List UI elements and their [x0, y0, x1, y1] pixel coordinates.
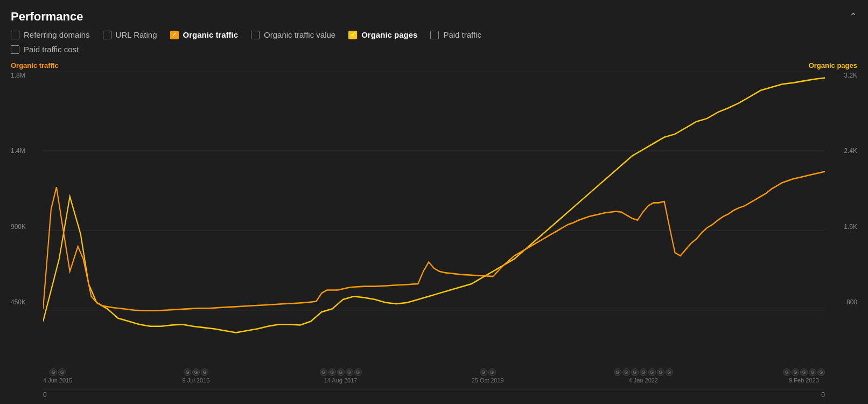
legend-label-organic-pages: Organic pages	[361, 30, 417, 39]
x-tick-5: G G G G G 9 Feb 2023	[783, 368, 825, 384]
google-badge: G	[783, 368, 790, 376]
google-badge: G	[354, 368, 362, 376]
x-tick-label-2: 14 Aug 2017	[324, 377, 358, 384]
x-axis-row: G G 4 Jun 2015 G G G 9 J	[43, 368, 825, 390]
page-title: Performance	[11, 10, 83, 24]
legend-item-url-rating[interactable]: URL Rating	[103, 30, 157, 39]
organic-traffic-line	[43, 171, 825, 310]
google-badge: G	[800, 368, 808, 376]
chart-inner: G G 4 Jun 2015 G G G 9 J	[43, 72, 825, 390]
legend-row-1: Referring domains URL Rating ✓ Organic t…	[11, 30, 857, 39]
zero-label-right: 0	[821, 391, 825, 399]
google-badge: G	[480, 368, 487, 376]
y-tick-right-2: 1.6K	[844, 223, 857, 231]
left-axis-label: Organic traffic	[11, 61, 59, 69]
x-tick-label-4: 4 Jan 2022	[629, 377, 658, 384]
badges-4: G G G G G G G	[614, 368, 673, 376]
y-tick-left-3: 450K	[11, 298, 26, 306]
checkmark-organic-traffic: ✓	[172, 32, 177, 38]
x-tick-label-1: 9 Jul 2016	[183, 377, 210, 384]
google-badge: G	[631, 368, 639, 376]
y-tick-left-1: 1.4M	[11, 147, 25, 155]
google-badge: G	[657, 368, 664, 376]
chart-wrapper: 1.8M 1.4M 900K 450K	[11, 72, 857, 390]
legend-row-2: Paid traffic cost	[11, 45, 857, 54]
google-badge: G	[666, 368, 673, 376]
y-tick-right-3: 800	[846, 298, 857, 306]
zero-labels-row: 0 0	[11, 391, 857, 399]
google-badge: G	[622, 368, 630, 376]
y-tick-right-1: 2.4K	[844, 147, 857, 155]
google-badge: G	[184, 368, 191, 376]
legend-label-organic-traffic-value: Organic traffic value	[264, 30, 335, 39]
right-axis-label: Organic pages	[809, 61, 857, 69]
checkbox-paid-traffic-cost[interactable]	[11, 45, 19, 54]
legend-label-paid-traffic-cost: Paid traffic cost	[24, 45, 79, 54]
google-badge: G	[320, 368, 327, 376]
badges-1: G G G	[184, 368, 208, 376]
axis-labels-top: Organic traffic Organic pages	[11, 61, 857, 69]
checkbox-organic-pages[interactable]: ✓	[348, 31, 357, 39]
x-tick-3: G G 25 Oct 2019	[472, 368, 504, 384]
google-badge: G	[792, 368, 799, 376]
legend-item-paid-traffic[interactable]: Paid traffic	[430, 30, 481, 39]
x-tick-4: G G G G G G G 4 Jan 2022	[614, 368, 673, 384]
y-axis-right: 3.2K 2.4K 1.6K 800	[825, 72, 857, 390]
google-badge: G	[328, 368, 336, 376]
y-axis-left: 1.8M 1.4M 900K 450K	[11, 72, 43, 390]
legend-label-referring-domains: Referring domains	[24, 30, 90, 39]
checkmark-organic-pages: ✓	[351, 32, 355, 38]
x-tick-label-5: 9 Feb 2023	[789, 377, 819, 384]
google-badge: G	[614, 368, 621, 376]
google-badge: G	[640, 368, 647, 376]
legend-item-organic-pages[interactable]: ✓ Organic pages	[348, 30, 417, 39]
chart-svg	[43, 72, 825, 390]
header-row: Performance ⌃	[11, 10, 857, 24]
chart-area: Organic traffic Organic pages 1.8M 1.4M …	[11, 61, 857, 399]
google-badge: G	[337, 368, 345, 376]
google-badge: G	[809, 368, 816, 376]
legend-label-url-rating: URL Rating	[116, 30, 157, 39]
google-badge: G	[488, 368, 496, 376]
checkbox-paid-traffic[interactable]	[430, 31, 439, 39]
checkbox-url-rating[interactable]	[103, 31, 111, 39]
checkbox-referring-domains[interactable]	[11, 31, 19, 39]
x-tick-1: G G G 9 Jul 2016	[183, 368, 210, 384]
google-badge: G	[648, 368, 656, 376]
google-badge: G	[346, 368, 353, 376]
x-tick-label-0: 4 Jun 2015	[43, 377, 72, 384]
organic-pages-line	[43, 78, 825, 333]
legend-item-organic-traffic-value[interactable]: Organic traffic value	[251, 30, 335, 39]
google-badge: G	[58, 368, 66, 376]
x-tick-label-3: 25 Oct 2019	[472, 377, 504, 384]
performance-container: Performance ⌃ Referring domains URL Rati…	[0, 0, 868, 404]
x-tick-2: G G G G G 14 Aug 2017	[320, 368, 362, 384]
legend-item-paid-traffic-cost[interactable]: Paid traffic cost	[11, 45, 79, 54]
badges-0: G G	[50, 368, 66, 376]
google-badge: G	[192, 368, 200, 376]
google-badge: G	[50, 368, 57, 376]
collapse-icon[interactable]: ⌃	[849, 11, 857, 23]
checkbox-organic-traffic[interactable]: ✓	[170, 31, 179, 39]
x-tick-0: G G 4 Jun 2015	[43, 368, 72, 384]
google-badge: G	[817, 368, 825, 376]
badges-3: G G	[480, 368, 496, 376]
legend-label-organic-traffic: Organic traffic	[183, 30, 239, 39]
legend-item-referring-domains[interactable]: Referring domains	[11, 30, 90, 39]
y-tick-right-0: 3.2K	[844, 72, 857, 79]
badges-2: G G G G G	[320, 368, 362, 376]
google-badge: G	[201, 368, 208, 376]
zero-label-left: 0	[43, 391, 47, 399]
checkbox-organic-traffic-value[interactable]	[251, 31, 260, 39]
legend-item-organic-traffic[interactable]: ✓ Organic traffic	[170, 30, 239, 39]
legend-label-paid-traffic: Paid traffic	[443, 30, 481, 39]
y-tick-left-2: 900K	[11, 223, 26, 231]
badges-5: G G G G G	[783, 368, 825, 376]
y-tick-left-0: 1.8M	[11, 72, 25, 79]
